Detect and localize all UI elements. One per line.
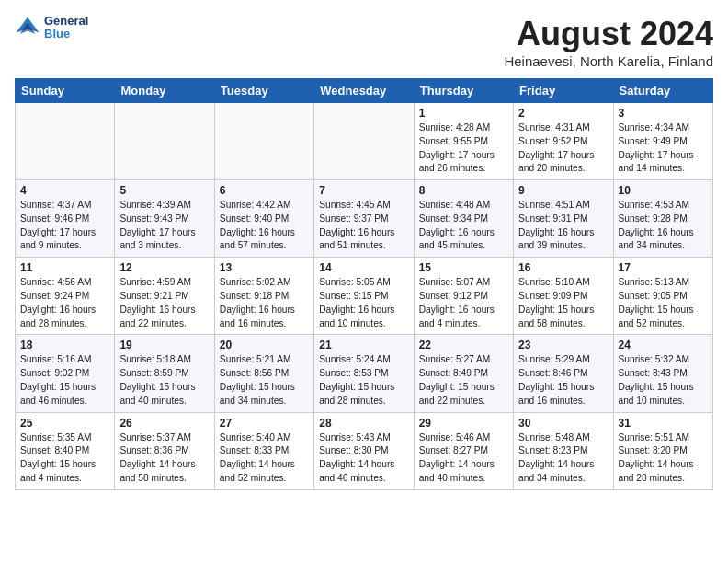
day-number: 30 [518, 417, 608, 430]
calendar-cell: 12Sunrise: 4:59 AMSunset: 9:21 PMDayligh… [115, 258, 214, 335]
calendar-cell [115, 103, 214, 180]
day-number: 9 [518, 184, 608, 197]
calendar-week: 1Sunrise: 4:28 AMSunset: 9:55 PMDaylight… [16, 103, 713, 180]
calendar-cell: 18Sunrise: 5:16 AMSunset: 9:02 PMDayligh… [16, 335, 115, 412]
logo-text: General Blue [44, 15, 88, 41]
title-area: August 2024 Heinaevesi, North Karelia, F… [504, 15, 713, 69]
day-info: Sunrise: 5:18 AMSunset: 8:59 PMDaylight:… [119, 353, 209, 408]
day-number: 3 [619, 107, 708, 120]
day-info: Sunrise: 5:02 AMSunset: 9:18 PMDaylight:… [220, 276, 309, 330]
day-number: 23 [518, 339, 608, 351]
day-info: Sunrise: 5:32 AMSunset: 8:43 PMDaylight:… [619, 353, 708, 408]
calendar-cell: 20Sunrise: 5:21 AMSunset: 8:56 PMDayligh… [214, 335, 313, 412]
calendar-body: 1Sunrise: 4:28 AMSunset: 9:55 PMDaylight… [16, 103, 713, 490]
day-info: Sunrise: 5:07 AMSunset: 9:12 PMDaylight:… [419, 276, 508, 330]
day-number: 24 [619, 339, 708, 351]
calendar-cell: 19Sunrise: 5:18 AMSunset: 8:59 PMDayligh… [115, 335, 214, 412]
day-info: Sunrise: 4:42 AMSunset: 9:40 PMDaylight:… [220, 199, 309, 253]
day-number: 27 [220, 417, 309, 430]
day-info: Sunrise: 5:27 AMSunset: 8:49 PMDaylight:… [419, 353, 508, 408]
day-info: Sunrise: 4:34 AMSunset: 9:49 PMDaylight:… [619, 121, 708, 176]
calendar-cell: 14Sunrise: 5:05 AMSunset: 9:15 PMDayligh… [314, 258, 414, 335]
day-number: 11 [20, 261, 109, 274]
day-number: 28 [319, 417, 408, 430]
calendar-cell [214, 103, 313, 180]
day-info: Sunrise: 4:51 AMSunset: 9:31 PMDaylight:… [518, 199, 608, 253]
day-number: 13 [220, 261, 309, 274]
day-number: 25 [20, 417, 109, 430]
day-info: Sunrise: 5:13 AMSunset: 9:05 PMDaylight:… [619, 276, 708, 330]
day-info: Sunrise: 5:29 AMSunset: 8:46 PMDaylight:… [518, 353, 608, 408]
calendar-cell: 9Sunrise: 4:51 AMSunset: 9:31 PMDaylight… [514, 180, 613, 258]
calendar-cell: 21Sunrise: 5:24 AMSunset: 8:53 PMDayligh… [314, 335, 414, 412]
calendar-cell: 31Sunrise: 5:51 AMSunset: 8:20 PMDayligh… [613, 412, 712, 489]
calendar-cell: 3Sunrise: 4:34 AMSunset: 9:49 PMDaylight… [613, 103, 712, 180]
day-info: Sunrise: 4:28 AMSunset: 9:55 PMDaylight:… [419, 121, 508, 176]
page-header: General Blue August 2024 Heinaevesi, Nor… [15, 15, 713, 69]
day-number: 22 [419, 339, 508, 351]
day-number: 19 [119, 339, 209, 351]
day-number: 8 [419, 184, 508, 197]
day-number: 18 [20, 339, 109, 351]
calendar-cell: 25Sunrise: 5:35 AMSunset: 8:40 PMDayligh… [16, 412, 115, 489]
day-info: Sunrise: 5:37 AMSunset: 8:36 PMDaylight:… [119, 431, 209, 486]
calendar-cell: 10Sunrise: 4:53 AMSunset: 9:28 PMDayligh… [613, 180, 712, 258]
calendar-cell [314, 103, 414, 180]
day-info: Sunrise: 5:35 AMSunset: 8:40 PMDaylight:… [20, 431, 109, 486]
day-number: 4 [20, 184, 109, 197]
location: Heinaevesi, North Karelia, Finland [504, 53, 713, 69]
calendar-cell: 22Sunrise: 5:27 AMSunset: 8:49 PMDayligh… [414, 335, 513, 412]
weekday-header: Saturday [613, 79, 712, 103]
calendar-cell: 30Sunrise: 5:48 AMSunset: 8:23 PMDayligh… [514, 412, 613, 489]
weekday-row: SundayMondayTuesdayWednesdayThursdayFrid… [16, 79, 713, 103]
calendar-cell: 28Sunrise: 5:43 AMSunset: 8:30 PMDayligh… [314, 412, 414, 489]
day-info: Sunrise: 4:56 AMSunset: 9:24 PMDaylight:… [20, 276, 109, 330]
day-info: Sunrise: 5:24 AMSunset: 8:53 PMDaylight:… [319, 353, 408, 408]
day-number: 14 [319, 261, 408, 274]
calendar-cell: 1Sunrise: 4:28 AMSunset: 9:55 PMDaylight… [414, 103, 513, 180]
calendar-cell: 17Sunrise: 5:13 AMSunset: 9:05 PMDayligh… [613, 258, 712, 335]
day-number: 17 [619, 261, 708, 274]
calendar-cell: 8Sunrise: 4:48 AMSunset: 9:34 PMDaylight… [414, 180, 513, 258]
day-info: Sunrise: 4:37 AMSunset: 9:46 PMDaylight:… [20, 199, 109, 253]
day-info: Sunrise: 4:48 AMSunset: 9:34 PMDaylight:… [419, 199, 508, 253]
day-info: Sunrise: 5:48 AMSunset: 8:23 PMDaylight:… [518, 431, 608, 486]
day-info: Sunrise: 4:45 AMSunset: 9:37 PMDaylight:… [319, 199, 408, 253]
logo: General Blue [15, 15, 88, 41]
weekday-header: Sunday [16, 79, 115, 103]
day-info: Sunrise: 4:53 AMSunset: 9:28 PMDaylight:… [619, 199, 708, 253]
calendar-cell: 29Sunrise: 5:46 AMSunset: 8:27 PMDayligh… [414, 412, 513, 489]
day-number: 21 [319, 339, 408, 351]
calendar-cell: 24Sunrise: 5:32 AMSunset: 8:43 PMDayligh… [613, 335, 712, 412]
calendar-cell: 27Sunrise: 5:40 AMSunset: 8:33 PMDayligh… [214, 412, 313, 489]
calendar-header: SundayMondayTuesdayWednesdayThursdayFrid… [16, 79, 713, 103]
day-info: Sunrise: 5:10 AMSunset: 9:09 PMDaylight:… [518, 276, 608, 330]
day-info: Sunrise: 5:05 AMSunset: 9:15 PMDaylight:… [319, 276, 408, 330]
weekday-header: Friday [514, 79, 613, 103]
calendar-cell: 6Sunrise: 4:42 AMSunset: 9:40 PMDaylight… [214, 180, 313, 258]
day-number: 16 [518, 261, 608, 274]
calendar-week: 18Sunrise: 5:16 AMSunset: 9:02 PMDayligh… [16, 335, 713, 412]
day-info: Sunrise: 4:39 AMSunset: 9:43 PMDaylight:… [119, 199, 209, 253]
day-number: 5 [119, 184, 209, 197]
calendar-cell: 4Sunrise: 4:37 AMSunset: 9:46 PMDaylight… [16, 180, 115, 258]
logo-icon [15, 15, 40, 40]
calendar-week: 11Sunrise: 4:56 AMSunset: 9:24 PMDayligh… [16, 258, 713, 335]
day-info: Sunrise: 4:31 AMSunset: 9:52 PMDaylight:… [518, 121, 608, 176]
calendar-cell: 26Sunrise: 5:37 AMSunset: 8:36 PMDayligh… [115, 412, 214, 489]
calendar-week: 4Sunrise: 4:37 AMSunset: 9:46 PMDaylight… [16, 180, 713, 258]
day-info: Sunrise: 5:40 AMSunset: 8:33 PMDaylight:… [220, 431, 309, 486]
day-info: Sunrise: 4:59 AMSunset: 9:21 PMDaylight:… [119, 276, 209, 330]
weekday-header: Tuesday [214, 79, 313, 103]
calendar-cell: 13Sunrise: 5:02 AMSunset: 9:18 PMDayligh… [214, 258, 313, 335]
day-number: 12 [119, 261, 209, 274]
day-number: 10 [619, 184, 708, 197]
day-number: 6 [220, 184, 309, 197]
weekday-header: Wednesday [314, 79, 414, 103]
day-number: 29 [419, 417, 508, 430]
day-number: 15 [419, 261, 508, 274]
day-info: Sunrise: 5:46 AMSunset: 8:27 PMDaylight:… [419, 431, 508, 486]
calendar-week: 25Sunrise: 5:35 AMSunset: 8:40 PMDayligh… [16, 412, 713, 489]
calendar-cell: 15Sunrise: 5:07 AMSunset: 9:12 PMDayligh… [414, 258, 513, 335]
calendar-cell: 5Sunrise: 4:39 AMSunset: 9:43 PMDaylight… [115, 180, 214, 258]
